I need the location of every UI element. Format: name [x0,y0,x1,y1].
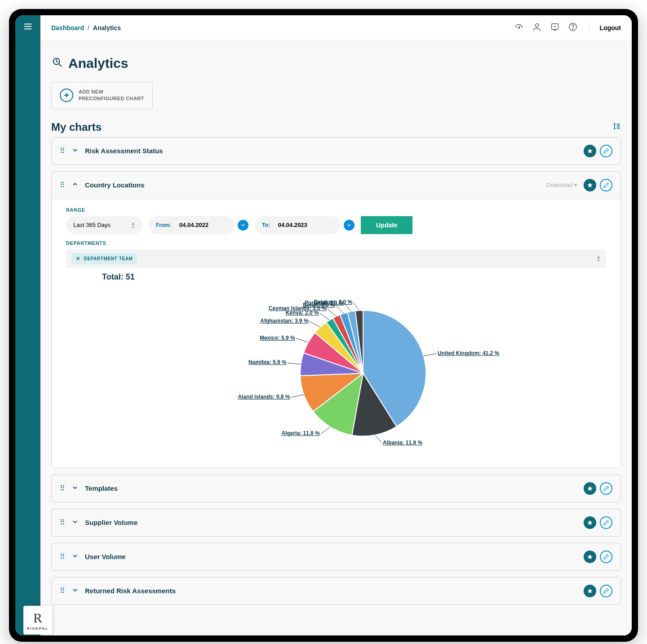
star-button[interactable] [584,179,596,191]
chevron-up-icon[interactable] [71,181,79,190]
add-chart-button[interactable]: + ADD NEW PRECONFIGURED CHART [51,82,153,109]
chart-panel-country-locations: ⠿ Country Locations Download ▾ RANGE [51,171,621,468]
edit-button[interactable] [600,179,612,191]
svg-marker-17 [587,182,593,187]
to-date-picker[interactable] [344,220,355,231]
gauge-icon[interactable] [514,22,524,34]
svg-point-9 [572,28,573,29]
dept-select[interactable]: ✕DEPARTMENT TEAM ▲✕ [66,249,606,268]
drag-handle-icon[interactable]: ⠿ [60,518,65,527]
svg-point-5 [535,23,538,27]
chevron-down-icon[interactable] [71,147,79,155]
svg-point-7 [554,26,555,27]
sort-icon[interactable] [612,121,621,133]
drag-handle-icon[interactable]: ⠿ [60,484,65,493]
svg-marker-16 [587,148,593,153]
pie-slice-label: Mexico: 5.9 % [260,335,295,341]
analytics-icon [51,56,64,71]
breadcrumb-parent[interactable]: Dashboard [51,24,84,31]
svg-line-20 [321,427,330,434]
update-button[interactable]: Update [361,216,412,234]
stepper-icon: ▲✕ [131,222,135,229]
svg-marker-31 [587,520,593,525]
star-button[interactable] [584,551,596,563]
pie-slice-label: Belgium: 2.0 % [314,299,352,305]
star-button[interactable] [584,516,596,529]
chevron-down-icon[interactable] [71,586,79,595]
to-date: To: 04.04.2023 [255,216,340,234]
edit-button[interactable] [600,145,612,157]
svg-line-23 [296,338,309,342]
pie-slice-label: Afghanistan: 3.9 % [260,318,308,324]
svg-rect-12 [617,124,620,124]
chart-title: Returned Risk Assessments [85,587,577,595]
edit-button[interactable] [600,482,612,495]
chevron-down-icon[interactable] [71,484,79,493]
chevron-down-icon[interactable] [71,552,79,561]
edit-button[interactable] [600,551,612,563]
svg-marker-33 [587,588,593,593]
svg-line-22 [288,363,301,364]
pie-slice-label: United Kingdom: 41.2 % [438,350,499,356]
page-title: Analytics [68,56,128,71]
chart-title: Supplier Volume [85,519,577,526]
star-button[interactable] [584,585,596,597]
brand-logo: R RISKPAL [23,606,52,635]
pie-total: Total: 51 [102,272,606,282]
svg-line-19 [375,435,382,443]
pie-slice-label: Albania: 11.8 % [383,440,422,446]
pie-slice-label: Aland Islands: 9.8 % [238,394,290,400]
star-button[interactable] [584,482,596,495]
user-icon[interactable] [532,22,542,34]
pie-slice-label: Algeria: 11.8 % [281,430,319,436]
svg-rect-13 [617,125,620,126]
svg-marker-32 [587,554,593,559]
topbar: Dashboard / Analytics Logout [40,15,632,40]
help-icon[interactable] [568,22,578,34]
breadcrumb: Dashboard / Analytics [51,24,121,31]
edit-button[interactable] [600,585,612,597]
from-date: From: 04.04.2022 [149,216,234,234]
dept-chip[interactable]: ✕DEPARTMENT TEAM [71,253,137,264]
chart-panel: ⠿ Templates [51,475,621,502]
plus-icon: + [60,89,73,102]
chart-panel: ⠿ Supplier Volume [51,509,621,537]
chart-panel: ⠿ Risk Assessment Status [51,137,621,165]
svg-line-18 [424,354,437,356]
drag-handle-icon[interactable]: ⠿ [60,147,65,155]
chart-title: User Volume [85,553,577,560]
star-button[interactable] [584,145,596,157]
drag-handle-icon[interactable]: ⠿ [60,552,65,561]
chart-panel: ⠿ User Volume [51,543,621,571]
svg-line-11 [59,64,62,67]
note-icon[interactable] [550,22,560,34]
remove-chip-icon[interactable]: ✕ [76,256,80,262]
chart-title: Templates [85,484,577,492]
svg-rect-15 [617,128,620,129]
svg-line-24 [310,321,320,327]
menu-icon[interactable] [23,22,33,33]
dept-label: DEPARTMENTS [66,240,606,246]
edit-button[interactable] [600,516,612,529]
pie-chart: United Kingdom: 41.2 %Albania: 11.8 %Alg… [66,284,606,455]
drag-handle-icon[interactable]: ⠿ [60,181,65,189]
chart-title: Risk Assessment Status [85,147,577,155]
from-date-picker[interactable] [238,220,248,231]
chevron-down-icon[interactable] [71,518,79,527]
svg-rect-14 [617,127,620,128]
stepper-icon: ▲✕ [597,255,601,262]
range-select[interactable]: Last 365 Days ▲✕ [66,216,142,234]
drag-handle-icon[interactable]: ⠿ [60,586,65,595]
chart-title: Country Locations [85,181,541,189]
svg-line-21 [291,395,304,397]
sidebar [15,15,40,635]
range-label: RANGE [66,207,606,213]
download-link[interactable]: Download ▾ [547,182,577,188]
svg-line-26 [328,309,337,316]
svg-line-25 [320,313,330,320]
breadcrumb-current: Analytics [93,24,121,31]
svg-line-27 [336,306,344,313]
svg-line-29 [353,302,359,311]
logout-link[interactable]: Logout [600,24,621,31]
pie-slice-label: Namibia: 5.9 % [248,359,287,365]
